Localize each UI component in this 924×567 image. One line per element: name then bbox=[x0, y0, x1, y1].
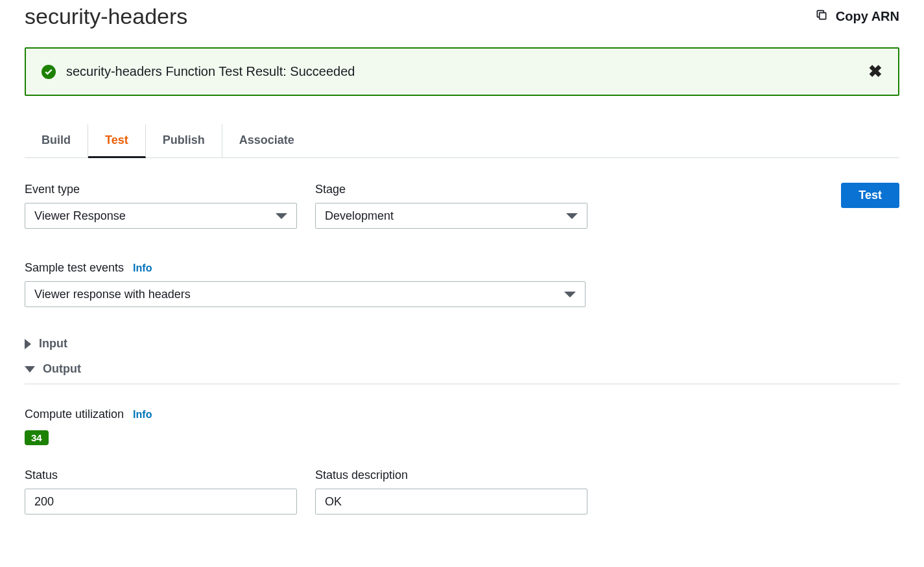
input-section-label: Input bbox=[39, 337, 67, 351]
sample-events-label: Sample test events bbox=[25, 261, 124, 275]
divider bbox=[25, 384, 899, 384]
sample-events-value: Viewer response with headers bbox=[34, 288, 191, 301]
compute-utilization-badge: 34 bbox=[25, 430, 49, 445]
chevron-down-icon bbox=[564, 292, 576, 297]
compute-utilization-label: Compute utilization bbox=[25, 408, 124, 421]
tab-bar: Build Test Publish Associate bbox=[25, 124, 899, 158]
svg-rect-0 bbox=[820, 13, 826, 19]
status-description-label: Status description bbox=[315, 469, 587, 482]
event-type-select[interactable]: Viewer Response bbox=[25, 203, 297, 229]
input-section-toggle[interactable]: Input bbox=[25, 337, 899, 351]
event-type-value: Viewer Response bbox=[34, 209, 126, 223]
status-label: Status bbox=[25, 469, 297, 482]
copy-icon bbox=[815, 8, 828, 25]
output-section-toggle[interactable]: Output bbox=[25, 362, 899, 376]
stage-label: Stage bbox=[315, 183, 587, 196]
tab-associate[interactable]: Associate bbox=[222, 124, 311, 157]
stage-value: Development bbox=[325, 209, 394, 223]
caret-down-icon bbox=[25, 366, 35, 373]
chevron-down-icon bbox=[276, 213, 287, 219]
success-alert: security-headers Function Test Result: S… bbox=[25, 47, 899, 96]
test-button[interactable]: Test bbox=[841, 183, 899, 208]
sample-events-info-link[interactable]: Info bbox=[133, 262, 152, 274]
tab-publish[interactable]: Publish bbox=[146, 124, 222, 157]
compute-utilization-info-link[interactable]: Info bbox=[133, 409, 152, 421]
sample-events-select[interactable]: Viewer response with headers bbox=[25, 281, 586, 307]
status-field[interactable] bbox=[25, 489, 297, 515]
status-description-field[interactable] bbox=[315, 489, 587, 515]
caret-right-icon bbox=[25, 339, 31, 349]
close-icon[interactable]: ✖ bbox=[868, 62, 883, 82]
event-type-label: Event type bbox=[25, 183, 297, 196]
alert-message: security-headers Function Test Result: S… bbox=[66, 64, 355, 79]
tab-test[interactable]: Test bbox=[88, 124, 146, 158]
copy-arn-button[interactable]: Copy ARN bbox=[815, 8, 899, 25]
chevron-down-icon bbox=[566, 213, 578, 219]
tab-build[interactable]: Build bbox=[25, 124, 88, 157]
copy-arn-label: Copy ARN bbox=[836, 9, 899, 24]
check-circle-icon bbox=[41, 65, 56, 79]
page-title: security-headers bbox=[25, 4, 187, 29]
stage-select[interactable]: Development bbox=[315, 203, 587, 229]
output-section-label: Output bbox=[43, 362, 81, 376]
